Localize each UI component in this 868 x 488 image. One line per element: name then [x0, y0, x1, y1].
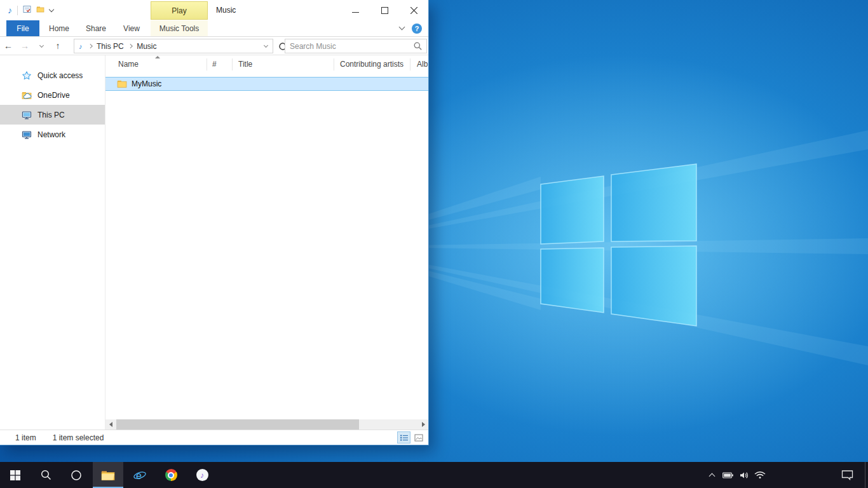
- tab-file[interactable]: File: [6, 20, 39, 36]
- show-desktop-button[interactable]: [865, 462, 868, 488]
- file-explorer-window: ♪ Play: [0, 0, 429, 445]
- sidebar-item-label: OneDrive: [37, 91, 70, 100]
- address-bar[interactable]: ♪ This PC Music: [74, 39, 273, 53]
- cortana-button[interactable]: [61, 462, 92, 488]
- cortana-circle-icon: [71, 470, 82, 481]
- speaker-icon: [740, 471, 749, 479]
- sort-ascending-icon: [155, 56, 160, 58]
- triangle-right-icon: [422, 422, 425, 427]
- triangle-left-icon: [109, 422, 112, 427]
- taskbar: e ♪: [0, 462, 868, 488]
- svg-text:e: e: [136, 470, 142, 480]
- titlebar[interactable]: ♪ Play: [0, 0, 428, 20]
- customize-toolbar-chevron-icon[interactable]: [49, 6, 54, 11]
- address-bar-row: ← → ↑ ♪ This PC Music: [0, 37, 428, 55]
- star-icon: [22, 71, 32, 81]
- help-button[interactable]: ?: [412, 24, 422, 34]
- scrollbar-thumb[interactable]: [116, 419, 359, 430]
- new-folder-button[interactable]: [36, 4, 44, 16]
- sidebar-item-quick-access[interactable]: Quick access: [0, 65, 105, 85]
- tab-share[interactable]: Share: [79, 20, 113, 36]
- column-divider[interactable]: [207, 58, 207, 71]
- column-header-album[interactable]: Alb: [417, 60, 428, 69]
- ribbon-tabs: File Home Share View Music Tools ?: [0, 20, 428, 37]
- navigation-pane: Quick access OneDrive: [0, 55, 105, 430]
- music-note-icon: ♪: [200, 471, 204, 479]
- back-button[interactable]: ←: [0, 37, 17, 54]
- taskbar-file-explorer-button[interactable]: [93, 462, 123, 488]
- desktop[interactable]: ♪ Play: [0, 0, 868, 488]
- horizontal-scrollbar[interactable]: [105, 419, 428, 430]
- action-center-button[interactable]: [837, 462, 857, 488]
- large-icons-view-button[interactable]: [412, 431, 425, 444]
- window-controls: [341, 0, 428, 20]
- search-box[interactable]: [285, 39, 427, 53]
- contextual-tab-group-play[interactable]: Play: [151, 1, 208, 20]
- up-button[interactable]: ↑: [50, 37, 66, 54]
- onedrive-folder-icon: [22, 90, 32, 100]
- show-hidden-icons-button[interactable]: [704, 462, 720, 488]
- network-indicator[interactable]: [752, 462, 768, 488]
- maximize-button[interactable]: [370, 0, 399, 20]
- search-icon[interactable]: [414, 42, 422, 50]
- breadcrumb-this-pc[interactable]: This PC: [95, 42, 125, 51]
- close-button[interactable]: [399, 0, 428, 20]
- forward-button[interactable]: →: [17, 37, 33, 54]
- action-center-icon: [841, 470, 853, 480]
- music-app-icon: ♪: [8, 6, 12, 15]
- file-explorer-icon: [101, 470, 115, 481]
- start-button[interactable]: [0, 462, 31, 488]
- column-header-title[interactable]: Title: [238, 60, 252, 69]
- location-music-icon: ♪: [79, 43, 83, 50]
- status-bar: 1 item 1 item selected: [0, 430, 428, 445]
- column-header-track-number[interactable]: #: [212, 60, 217, 69]
- quick-access-toolbar: ♪: [0, 4, 53, 16]
- tab-music-tools[interactable]: Music Tools: [151, 20, 208, 36]
- details-view-button[interactable]: [397, 431, 410, 444]
- file-name: MyMusic: [132, 79, 161, 88]
- ribbon-collapse-chevron-icon[interactable]: [399, 24, 405, 30]
- internet-explorer-icon: e: [133, 468, 147, 482]
- scroll-right-button[interactable]: [418, 419, 428, 430]
- column-divider[interactable]: [334, 58, 334, 71]
- sidebar-item-this-pc[interactable]: This PC: [0, 105, 105, 125]
- tab-view[interactable]: View: [114, 20, 149, 36]
- breadcrumb-separator-icon: [128, 44, 132, 48]
- chevron-down-icon: [39, 43, 43, 47]
- chrome-button[interactable]: [156, 462, 186, 488]
- battery-indicator[interactable]: [720, 462, 736, 488]
- wifi-icon: [754, 471, 766, 479]
- tab-home[interactable]: Home: [42, 20, 76, 36]
- chrome-icon: [165, 469, 177, 481]
- file-row-mymusic[interactable]: MyMusic: [105, 77, 428, 91]
- volume-indicator[interactable]: [736, 462, 752, 488]
- breadcrumb-music[interactable]: Music: [135, 42, 158, 51]
- sidebar-item-network[interactable]: Network: [0, 125, 105, 144]
- breadcrumb-separator-icon: [88, 44, 92, 48]
- recent-locations-chevron[interactable]: [33, 37, 50, 54]
- search-icon: [41, 470, 51, 480]
- file-list[interactable]: MyMusic: [105, 74, 428, 419]
- column-headers: Name # Title Contributing artists Alb: [105, 55, 428, 74]
- column-divider[interactable]: [232, 58, 233, 71]
- sidebar-item-label: This PC: [37, 111, 65, 119]
- properties-button[interactable]: [23, 4, 31, 16]
- column-divider[interactable]: [410, 58, 410, 71]
- explorer-main: Quick access OneDrive: [0, 55, 428, 430]
- computer-icon: [22, 110, 32, 120]
- taskbar-search-button[interactable]: [31, 462, 61, 488]
- itunes-button[interactable]: ♪: [187, 462, 217, 488]
- address-dropdown-chevron-icon[interactable]: [264, 43, 268, 48]
- internet-explorer-button[interactable]: e: [125, 462, 155, 488]
- column-header-name[interactable]: Name: [118, 60, 139, 69]
- itunes-icon: ♪: [196, 469, 208, 481]
- column-header-contributing-artists[interactable]: Contributing artists: [340, 60, 403, 69]
- scroll-left-button[interactable]: [105, 419, 116, 430]
- sidebar-item-onedrive[interactable]: OneDrive: [0, 85, 105, 105]
- search-input[interactable]: [290, 42, 414, 51]
- minimize-button[interactable]: [341, 0, 370, 20]
- battery-icon: [722, 471, 734, 479]
- network-icon: [22, 130, 32, 140]
- chevron-up-icon: [709, 473, 715, 480]
- item-count: 1 item: [15, 433, 36, 442]
